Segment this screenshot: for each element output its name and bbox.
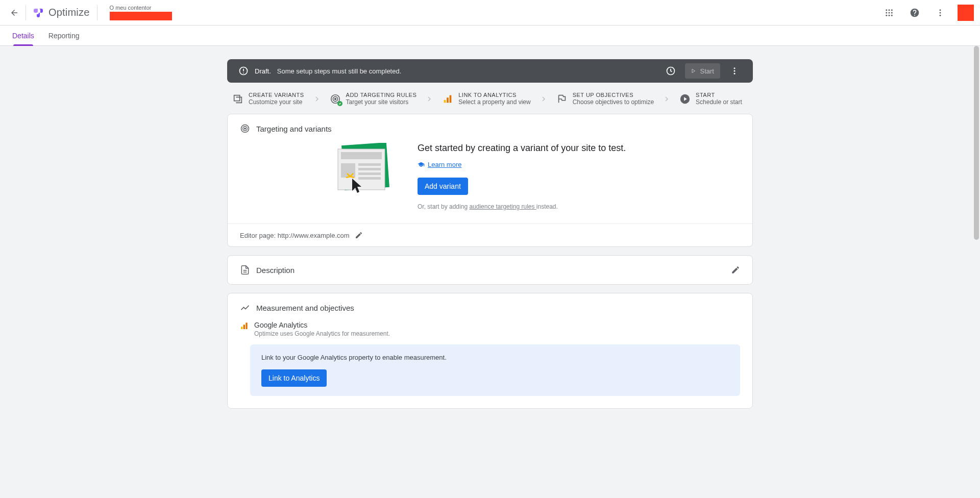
redacted-experiment-name	[110, 12, 172, 20]
tab-details[interactable]: Details	[12, 26, 34, 46]
edit-icon	[731, 265, 740, 275]
svg-point-2	[891, 9, 893, 11]
start-button[interactable]: Start	[685, 63, 720, 79]
card-title: Measurement and objectives	[256, 304, 354, 312]
setup-steps: CREATE VARIANTS Customize your site ADD …	[227, 83, 753, 113]
scrollbar-thumb[interactable]	[974, 46, 979, 240]
editor-page-label: Editor page: http://www.example.com	[240, 232, 350, 239]
ga-link-banner: Link to your Google Analytics property t…	[250, 344, 740, 396]
svg-point-11	[940, 14, 941, 16]
svg-rect-34	[341, 163, 355, 178]
step-sub: Select a property and view	[458, 98, 530, 106]
variants-icon	[232, 93, 243, 105]
chevron-right-icon	[662, 94, 671, 104]
topbar: Optimize O meu contentor	[0, 0, 980, 26]
user-avatar[interactable]	[958, 5, 974, 21]
step-sub: Schedule or start	[696, 98, 742, 106]
arrow-left-icon	[10, 8, 19, 17]
variants-card: Targeting and variants Get started by c	[227, 114, 753, 247]
svg-point-3	[886, 12, 887, 13]
tab-label: Details	[12, 32, 34, 40]
optimize-logo-icon	[32, 7, 44, 19]
svg-rect-35	[358, 163, 381, 166]
container-dropdown[interactable]: O meu contentor	[110, 5, 172, 20]
ga-title: Google Analytics	[254, 321, 390, 329]
chevron-right-icon	[425, 94, 434, 104]
svg-rect-39	[241, 327, 242, 329]
schedule-button[interactable]	[660, 61, 681, 81]
status-bar: Draft. Some setup steps must still be co…	[227, 59, 753, 83]
svg-point-16	[734, 67, 736, 69]
edit-description-button[interactable]	[731, 265, 740, 275]
svg-rect-37	[358, 172, 381, 175]
svg-point-1	[889, 9, 890, 11]
learn-more-label: Learn more	[428, 161, 461, 168]
back-button[interactable]	[4, 3, 24, 23]
topbar-separator	[97, 5, 97, 20]
ga-banner-text: Link to your Google Analytics property t…	[261, 354, 729, 361]
play-icon	[690, 68, 696, 74]
description-icon	[240, 265, 250, 275]
card-title: Targeting and variants	[256, 124, 332, 133]
start-label: Start	[700, 67, 714, 75]
svg-rect-36	[358, 168, 381, 170]
svg-rect-41	[246, 322, 247, 329]
step-link-analytics[interactable]: LINK TO ANALYTICS Select a property and …	[442, 92, 530, 106]
status-draft-label: Draft.	[255, 67, 271, 75]
tab-reporting[interactable]: Reporting	[48, 26, 80, 46]
step-title: LINK TO ANALYTICS	[458, 92, 530, 98]
step-create-variants[interactable]: CREATE VARIANTS Customize your site	[232, 92, 304, 106]
variant-hint: Or, start by adding audience targeting r…	[418, 203, 740, 210]
chevron-right-icon	[312, 94, 322, 104]
edit-icon[interactable]	[355, 231, 363, 239]
svg-point-22	[334, 98, 336, 99]
link-analytics-button[interactable]: Link to Analytics	[261, 369, 327, 387]
editor-page-footer: Editor page: http://www.example.com	[228, 223, 752, 246]
targeting-rules-link[interactable]: audience targeting rules	[469, 203, 536, 210]
apps-button[interactable]	[879, 3, 899, 23]
more-vert-icon	[936, 8, 945, 17]
status-more-button[interactable]	[724, 61, 745, 81]
step-title: CREATE VARIANTS	[249, 92, 304, 98]
svg-point-8	[891, 14, 893, 16]
add-variant-button[interactable]: Add variant	[418, 178, 468, 195]
step-title: SET UP OBJECTIVES	[573, 92, 654, 98]
svg-rect-33	[341, 152, 382, 159]
svg-rect-19	[234, 95, 240, 101]
svg-point-14	[243, 72, 244, 73]
tabs-bar: Details Reporting	[0, 26, 980, 46]
step-sub: Customize your site	[249, 98, 304, 106]
logo-text: Optimize	[48, 7, 90, 18]
logo[interactable]: Optimize	[32, 7, 90, 19]
step-targeting-rules[interactable]: ADD TARGETING RULES Target your site vis…	[330, 92, 417, 106]
step-sub: Target your site visitors	[346, 98, 417, 106]
status-message: Some setup steps must still be completed…	[277, 67, 402, 75]
svg-rect-40	[243, 325, 245, 329]
more-vert-icon	[730, 66, 739, 76]
google-analytics-icon	[240, 322, 248, 330]
description-card: Description	[227, 255, 753, 285]
help-button[interactable]	[904, 3, 925, 23]
svg-point-6	[886, 14, 887, 16]
step-sub: Choose objectives to optimize	[573, 98, 654, 106]
svg-point-18	[734, 73, 736, 74]
variant-illustration	[332, 143, 398, 199]
card-title: Description	[256, 266, 295, 275]
step-objectives[interactable]: SET UP OBJECTIVES Choose objectives to o…	[556, 92, 654, 106]
topbar-separator	[26, 5, 26, 20]
scrollbar[interactable]	[973, 46, 980, 498]
more-menu-button[interactable]	[930, 3, 950, 23]
svg-point-5	[891, 12, 893, 13]
svg-point-7	[889, 14, 890, 16]
play-circle-icon	[679, 93, 691, 105]
learn-more-link[interactable]: Learn more	[418, 161, 461, 168]
step-start[interactable]: START Schedule or start	[679, 92, 742, 106]
svg-point-4	[889, 12, 890, 13]
analytics-icon	[442, 93, 453, 105]
container-label: O meu contentor	[110, 5, 172, 11]
trending-icon	[240, 303, 250, 313]
help-icon	[910, 8, 920, 18]
ga-subtitle: Optimize uses Google Analytics for measu…	[254, 330, 390, 337]
school-icon	[418, 161, 425, 168]
svg-rect-26	[450, 95, 452, 103]
